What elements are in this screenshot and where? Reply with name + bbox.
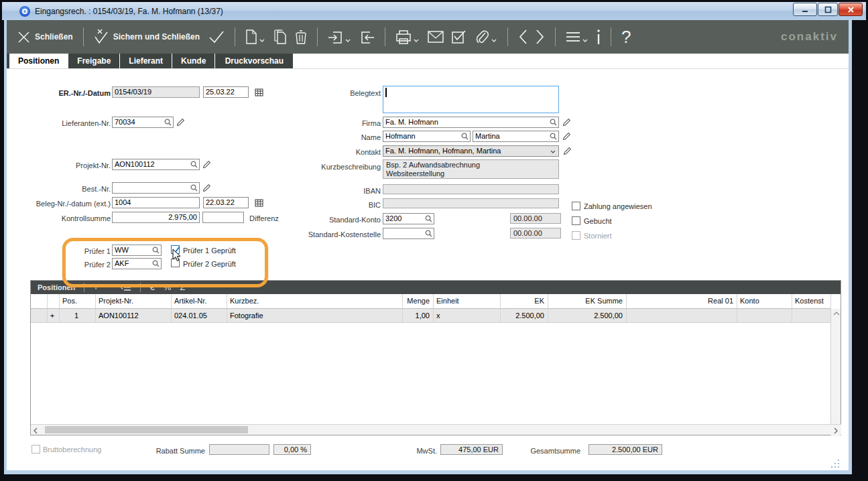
search-icon[interactable] <box>425 230 432 237</box>
best-nr-field[interactable] <box>112 182 200 194</box>
projekt-nr-field[interactable]: AON100112 <box>112 159 200 170</box>
confirm-check-icon[interactable] <box>208 30 225 44</box>
search-icon[interactable] <box>190 161 198 168</box>
edit-pencil-icon[interactable] <box>176 118 185 127</box>
minimize-button[interactable] <box>793 3 817 16</box>
edit-pencil-icon[interactable] <box>562 118 571 127</box>
cell-expand[interactable]: + <box>48 309 60 322</box>
sum-button[interactable]: Σ <box>180 281 185 293</box>
search-icon[interactable] <box>152 247 160 254</box>
kontrollsumme-field[interactable]: 2.975,00 <box>112 212 200 223</box>
search-icon[interactable] <box>461 133 469 140</box>
belegtext-field[interactable] <box>383 86 559 113</box>
chevron-down-icon[interactable] <box>582 39 588 43</box>
chevron-down-icon[interactable] <box>259 39 265 43</box>
col-einheit[interactable]: Einheit <box>434 294 501 309</box>
tab-freigabe[interactable]: Freigabe <box>68 54 119 68</box>
print-button[interactable] <box>395 29 420 44</box>
add-row-button[interactable]: + <box>93 281 99 293</box>
info-button[interactable] <box>597 29 601 45</box>
cell-select[interactable] <box>31 309 48 322</box>
col-real01[interactable]: Real 01 <box>627 294 737 309</box>
calendar-icon[interactable] <box>255 198 263 207</box>
name-last-value: Hofmann <box>385 132 416 140</box>
import-button[interactable] <box>328 29 351 44</box>
col-kostenst[interactable]: Kostenst <box>792 294 831 309</box>
percent-button[interactable]: % <box>164 281 172 293</box>
beleg-nr-field[interactable]: 1004 <box>112 197 200 208</box>
new-document-button[interactable] <box>245 29 265 44</box>
vertical-scrollbar[interactable] <box>830 309 841 436</box>
name-first-field[interactable]: Martina <box>473 131 559 142</box>
attachment-button[interactable] <box>475 29 497 44</box>
tab-druckvorschau[interactable]: Druckvorschau <box>215 54 293 68</box>
edit-pencil-icon[interactable] <box>562 132 571 141</box>
col-ek[interactable]: EK <box>501 294 548 309</box>
edit-pencil-icon[interactable] <box>202 160 211 169</box>
pruefer1-geprueft-checkbox[interactable] <box>171 245 180 254</box>
search-icon[interactable] <box>425 215 432 222</box>
task-button[interactable] <box>452 30 467 44</box>
zahlung-angewiesen-checkbox[interactable] <box>572 202 580 210</box>
delete-button[interactable] <box>295 29 307 44</box>
detail-list-icon[interactable] <box>121 283 131 291</box>
toolbar-separator <box>317 27 318 46</box>
differenz-field[interactable] <box>202 212 244 223</box>
mail-button[interactable] <box>428 31 444 43</box>
edit-pencil-icon[interactable] <box>563 147 572 155</box>
close-record-button[interactable]: Schließen <box>17 31 73 44</box>
horizontal-scrollbar[interactable] <box>31 424 841 435</box>
col-menge[interactable]: Menge <box>403 294 434 309</box>
edit-pencil-icon[interactable] <box>202 184 211 192</box>
maximize-button[interactable] <box>818 3 838 16</box>
col-pos[interactable]: Pos. <box>60 294 96 309</box>
toolbar-separator <box>611 27 611 46</box>
export-button[interactable] <box>359 29 375 44</box>
scroll-left-icon[interactable] <box>34 427 38 434</box>
close-button[interactable] <box>839 3 863 16</box>
window-titlebar[interactable]: Eingangsrech. : 0154/03/19, Fa. M. Hofma… <box>2 2 866 20</box>
chevron-down-icon[interactable] <box>491 39 497 43</box>
menu-button[interactable] <box>566 31 588 43</box>
chevron-down-icon[interactable] <box>414 39 420 43</box>
save-and-close-button[interactable]: Sichern und Schließen <box>94 28 225 46</box>
pruefer1-field[interactable]: WW <box>112 245 162 256</box>
search-icon[interactable] <box>550 133 557 140</box>
col-ek-summe[interactable]: EK Summe <box>548 294 627 309</box>
scroll-up-icon[interactable] <box>833 312 840 316</box>
remove-row-button[interactable]: − <box>107 281 113 293</box>
col-kurzbez[interactable]: Kurzbez. <box>227 294 403 309</box>
search-icon[interactable] <box>152 260 160 267</box>
col-artikel-nr[interactable]: Artikel-Nr. <box>172 294 227 309</box>
search-icon[interactable] <box>550 119 557 126</box>
beleg-datum-field[interactable]: 22.03.22 <box>203 197 249 208</box>
name-last-field[interactable]: Hofmann <box>383 131 471 142</box>
pruefer2-geprueft-checkbox[interactable] <box>171 259 180 267</box>
tab-lieferant[interactable]: Lieferant <box>120 54 172 68</box>
tab-positionen[interactable]: Positionen <box>9 54 68 68</box>
next-record-button[interactable] <box>536 29 545 45</box>
pruefer2-field[interactable]: AKF <box>112 258 162 269</box>
euro-button[interactable]: € <box>149 281 154 293</box>
gebucht-checkbox[interactable] <box>572 216 580 225</box>
firma-field[interactable]: Fa. M. Hofmann <box>383 117 559 128</box>
scrollbar-thumb[interactable] <box>45 426 248 433</box>
search-icon[interactable] <box>190 184 198 192</box>
col-projekt-nr[interactable]: Projekt-Nr. <box>96 294 172 309</box>
tab-kunde[interactable]: Kunde <box>172 54 214 68</box>
standard-kostenstelle-field[interactable] <box>383 228 434 239</box>
resize-grip[interactable] <box>831 460 840 468</box>
copy-button[interactable] <box>273 29 287 44</box>
kontakt-dropdown[interactable]: Fa. M. Hofmann, Hofmann, Martina <box>383 145 559 157</box>
scroll-right-icon[interactable] <box>834 427 839 434</box>
position-row[interactable]: + 1 AON100112 024.01.05 Fotografie 1,00 … <box>31 309 831 323</box>
standard-konto-field[interactable]: 3200 <box>383 213 434 224</box>
help-button[interactable]: ? <box>621 28 631 46</box>
previous-record-button[interactable] <box>518 29 528 45</box>
calendar-icon[interactable] <box>255 88 263 96</box>
lieferanten-nr-field[interactable]: 70034 <box>112 117 174 128</box>
col-konto[interactable]: Konto <box>737 294 792 309</box>
chevron-down-icon[interactable] <box>345 39 351 43</box>
search-icon[interactable] <box>164 119 172 126</box>
er-date-field[interactable]: 25.03.22 <box>203 86 249 98</box>
